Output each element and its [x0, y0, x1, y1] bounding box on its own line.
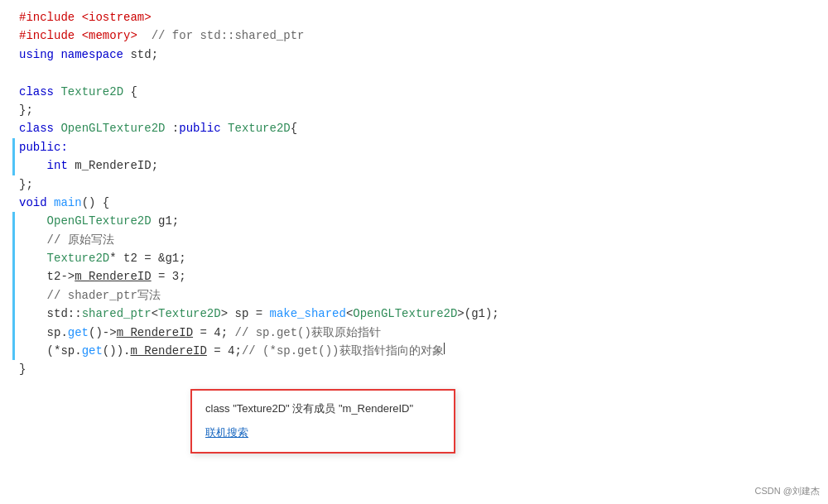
code-line-14: Texture2D* t2 = &g1;: [12, 249, 816, 267]
code-line-16: // shader_ptr写法: [12, 286, 816, 305]
code-line-9: int m_RendereID;: [12, 156, 816, 175]
watermark: CSDN @刘建杰: [755, 485, 820, 497]
code-line-8: public:: [12, 138, 816, 156]
code-line-19: (*sp.get()).m_RendereID = 4;// (*sp.get(…: [12, 342, 816, 360]
code-line-10: };: [12, 175, 816, 194]
code-line-2: #include <memory> // for std::shared_ptr: [12, 26, 816, 45]
code-line-5: class Texture2D {: [12, 83, 816, 101]
code-line-11: void main() {: [12, 194, 816, 212]
code-line-7: class OpenGLTexture2D :public Texture2D{: [12, 119, 816, 137]
code-line-6: };: [12, 101, 816, 119]
code-line-15: t2->m_RendereID = 3;: [12, 267, 816, 286]
error-online-search-link[interactable]: 联机搜索: [205, 425, 440, 442]
code-line-13: // 原始写法: [12, 231, 816, 249]
code-line-3: using namespace std;: [12, 46, 816, 64]
error-message: class "Texture2D" 没有成员 "m_RendereID": [205, 401, 440, 418]
code-editor: #include <iostream> #include <memory> //…: [0, 0, 828, 387]
code-line-20: }: [12, 360, 816, 378]
code-line-1: #include <iostream>: [12, 8, 816, 26]
code-line-4: [12, 64, 816, 82]
code-line-12: OpenGLTexture2D g1;: [12, 212, 816, 230]
error-popup: class "Texture2D" 没有成员 "m_RendereID" 联机搜…: [190, 389, 455, 454]
code-line-17: std::shared_ptr<Texture2D> sp = make_sha…: [12, 305, 816, 323]
code-line-18: sp.get()->m_RendereID = 4; // sp.get()获取…: [12, 324, 816, 342]
